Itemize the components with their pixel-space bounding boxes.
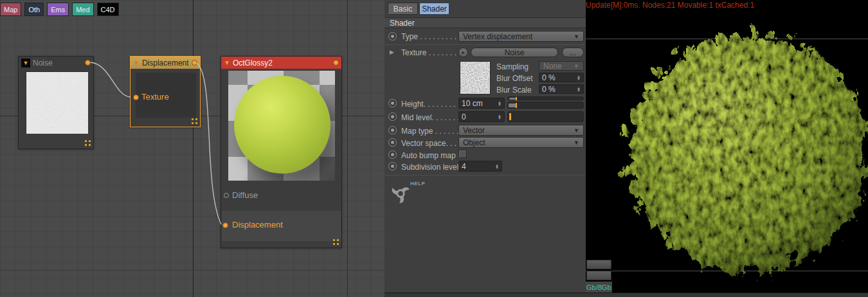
type-dropdown[interactable]: Vertex displacement ▼ [458, 31, 584, 42]
texture-browse-button[interactable]: ... [562, 48, 584, 57]
mid-level-slider[interactable] [507, 111, 584, 122]
spinner-arrows-icon[interactable]: ▲▼ [495, 164, 499, 169]
subdivision-level-value: 4 [462, 162, 466, 171]
collapse-triangle-icon[interactable]: ▼ [21, 59, 30, 68]
divider [384, 175, 586, 176]
height-slider-tick [516, 97, 517, 100]
node-graph-canvas[interactable]: Map Oth Ems Med C4D ▼ Noise [0, 0, 384, 297]
chevron-down-icon: ▼ [574, 127, 579, 134]
octglossy2-node-title-label: OctGlossy2 [233, 59, 273, 68]
displacement-input-port[interactable] [222, 222, 228, 228]
material-preview [228, 71, 335, 181]
noise-preview-image [26, 72, 88, 134]
help-label: HELP [410, 181, 425, 186]
blur-offset-field[interactable]: 0 % ▲▼ [539, 73, 584, 82]
subdivision-level-label: Subdivision level [401, 163, 458, 172]
keyframe-dot-auto-bump[interactable] [388, 150, 397, 159]
node-resize-handle[interactable] [85, 140, 91, 146]
mid-level-field[interactable]: 0 ▲▼ [458, 111, 505, 122]
collapse-triangle-icon[interactable]: ▼ [133, 60, 140, 66]
height-slider-top[interactable] [507, 96, 584, 100]
tab-med[interactable]: Med [72, 3, 93, 16]
chevron-down-icon: ▼ [574, 140, 579, 146]
mid-level-slider-cursor[interactable] [509, 113, 511, 120]
expand-triangle-icon[interactable]: ▶ [390, 49, 394, 55]
viewer-corner-buttons[interactable] [586, 260, 611, 282]
height-slider-handle[interactable] [509, 98, 516, 100]
tab-c4d[interactable]: C4D [97, 3, 119, 16]
tab-shader[interactable]: Shader [419, 3, 449, 15]
material-preview-sphere [234, 76, 330, 174]
keyframe-dot-map-type[interactable] [388, 126, 397, 134]
texture-input-port[interactable] [133, 94, 139, 100]
viewer-button[interactable] [586, 271, 611, 280]
spinner-arrows-icon[interactable]: ▲▼ [498, 101, 502, 106]
keyframe-dot-height[interactable] [388, 99, 397, 107]
displacement-node-title-label: Displacement [142, 59, 189, 68]
help-button[interactable]: HELP [391, 181, 429, 208]
auto-bump-map-checkbox[interactable] [458, 150, 467, 158]
spinner-arrows-icon[interactable]: ▲▼ [577, 87, 581, 92]
keyframe-dot-vector-space[interactable] [388, 138, 397, 147]
texture-label: Texture . . . . . . . . [401, 48, 461, 57]
blur-scale-label: Blur Scale [496, 86, 532, 94]
tab-map[interactable]: Map [0, 3, 21, 16]
type-value: Vertex displacement [463, 32, 532, 41]
tab-oth[interactable]: Oth [24, 3, 44, 16]
keyframe-dot-mid-level[interactable] [388, 113, 397, 121]
grid-major-vline [347, 0, 348, 297]
noise-node-title[interactable]: ▼ Noise [19, 57, 93, 69]
blur-offset-label: Blur Offset [496, 74, 532, 83]
texture-shader-name: Noise [505, 48, 525, 57]
auto-bump-map-label: Auto bump map [401, 151, 456, 160]
noise-node[interactable]: ▼ Noise [18, 56, 94, 149]
viewer-button[interactable] [586, 260, 611, 269]
live-viewer-render-view[interactable]: Update[M]:0ms. Nodes:21 Movable:1 txCach… [586, 0, 868, 297]
vector-space-value: Object [463, 138, 485, 147]
subdivision-level-field[interactable]: 4 ▲▼ [458, 161, 502, 172]
map-type-value: Vector [463, 126, 485, 135]
displacement-node[interactable]: ▼ Displacement Texture [130, 56, 201, 127]
node-category-tabs: Map Oth Ems Med C4D [0, 3, 119, 16]
node-resize-handle[interactable] [192, 118, 197, 124]
noise-node-title-label: Noise [33, 59, 53, 68]
sampling-dropdown: None ▼ [539, 61, 584, 71]
displacement-node-title[interactable]: ▼ Displacement [131, 57, 200, 69]
texture-shader-button[interactable]: Noise [471, 48, 558, 57]
blur-scale-field[interactable]: 0 % ▲▼ [539, 84, 584, 94]
height-field[interactable]: 10 cm ▲▼ [458, 98, 505, 109]
octane-node-editor-window: Map Oth Ems Med C4D ▼ Noise [0, 0, 868, 297]
vram-usage-text: Gb/8Gb [586, 284, 611, 291]
octglossy2-node-title[interactable]: ▼ OctGlossy2 [221, 57, 341, 69]
texture-thumbnail[interactable] [460, 61, 491, 94]
browse-dots: ... [570, 48, 576, 57]
height-slider-handle[interactable] [509, 104, 516, 107]
octglossy2-output-port[interactable] [333, 60, 339, 66]
height-slider-tick [516, 103, 517, 108]
chevron-down-icon: ▼ [574, 33, 579, 40]
play-arrow-icon: ▸ [462, 50, 464, 55]
grid-major-vline [193, 0, 194, 297]
height-slider[interactable] [507, 102, 584, 109]
displacement-output-port[interactable] [192, 60, 197, 66]
keyframe-dot-type[interactable] [388, 32, 397, 40]
section-title: Shader [390, 19, 415, 28]
chevron-down-icon: ▼ [574, 63, 579, 69]
vector-space-dropdown[interactable]: Object ▼ [458, 137, 584, 148]
height-value: 10 cm [462, 99, 483, 108]
node-resize-handle[interactable] [333, 239, 339, 245]
texture-node-button[interactable]: ▸ [458, 48, 468, 57]
octglossy2-material-node[interactable]: ▼ OctGlossy2 Diffuse Displacement [221, 56, 342, 248]
tab-basic[interactable]: Basic [388, 3, 418, 15]
map-type-label: Map type . . . . . . [401, 127, 458, 136]
tab-ems[interactable]: Ems [47, 3, 69, 16]
vector-space-label: Vector space. . . . [401, 139, 461, 148]
map-type-dropdown[interactable]: Vector ▼ [458, 125, 584, 136]
noise-output-port[interactable] [85, 60, 91, 66]
diffuse-input-port[interactable] [224, 193, 229, 198]
spinner-arrows-icon[interactable]: ▲▼ [498, 114, 502, 120]
spinner-arrows-icon[interactable]: ▲▼ [577, 75, 581, 80]
collapse-triangle-icon[interactable]: ▼ [224, 60, 230, 66]
keyframe-dot-subdivision[interactable] [388, 162, 397, 170]
height-label: Height. . . . . . . . . [401, 100, 460, 109]
